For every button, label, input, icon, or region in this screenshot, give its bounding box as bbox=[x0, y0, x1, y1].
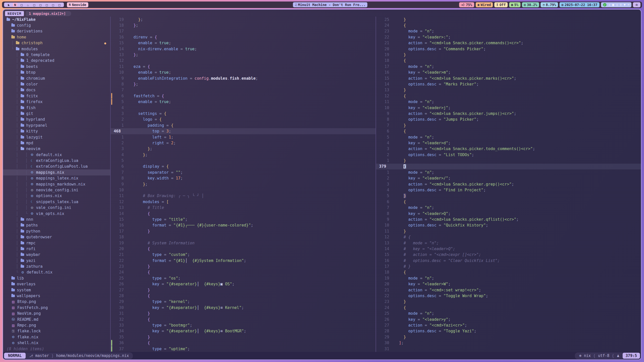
code-line[interactable]: 27 action = "<cmd>Yazi<cr>"; bbox=[376, 322, 641, 328]
code-line[interactable]: 20 { bbox=[111, 246, 376, 252]
code-line[interactable]: 13 # mode = "n"; bbox=[376, 240, 641, 246]
tree-item-nnn[interactable]: │ nnn bbox=[7, 216, 110, 222]
tree-item-docs[interactable]: │ docs bbox=[7, 87, 110, 93]
code-line[interactable]: 22 key = "<leader>:"; bbox=[376, 34, 641, 40]
clock-chip[interactable]: ▥2025-07-22 16:37 bbox=[559, 2, 599, 7]
tab-mappings-nix[interactable]: 1 mappings.nix[2+] bbox=[26, 11, 71, 16]
tree-item-rmpc[interactable]: │ rmpc bbox=[7, 240, 110, 246]
code-line[interactable]: 8 key.width = 17; bbox=[111, 175, 376, 181]
code-line[interactable]: 5 } bbox=[376, 193, 641, 199]
code-line[interactable]: 8 key = "<leader>Q"; bbox=[376, 211, 641, 216]
check-circle-icon[interactable]: ✓ bbox=[603, 3, 607, 7]
code-line[interactable]: 4 options.desc = "Find in Project"; bbox=[376, 187, 641, 193]
code-line[interactable]: 13 }; bbox=[111, 52, 376, 58]
code-line[interactable]: 24 { bbox=[111, 269, 376, 275]
code-line[interactable]: 7 separator = ""; bbox=[111, 169, 376, 175]
tree-item--nixflake[interactable]: ~/NixFlake bbox=[7, 17, 110, 22]
code-line[interactable]: 9 action = "<cmd>lua Snacks.picker.qflis… bbox=[376, 216, 641, 222]
code-line[interactable]: 25 type = "os"; bbox=[111, 275, 376, 281]
code-line[interactable]: 26 key = "{#separator}│ {#keys}▣ OS"; bbox=[111, 281, 376, 287]
code-line[interactable]: 14 nix-direnv.enable = true; bbox=[111, 46, 376, 52]
tree-item-neovim[interactable]: │ neovim bbox=[7, 146, 110, 152]
code-line[interactable]: 14 { bbox=[111, 211, 376, 216]
window-title-chip[interactable]: N Neovide bbox=[67, 2, 88, 7]
code-line[interactable]: 25 mode = "n"; bbox=[376, 311, 641, 316]
code-line[interactable]: 18 }; bbox=[111, 22, 376, 28]
file-tree[interactable]: ~/NixFlake config derivations home │ chr… bbox=[3, 17, 110, 352]
code-line[interactable]: 3 settings = { bbox=[111, 111, 376, 116]
code-line[interactable]: 27 } bbox=[111, 287, 376, 293]
tree-item-config[interactable]: config bbox=[7, 22, 110, 28]
tree-item-lazygit[interactable]: │ lazygit bbox=[7, 134, 110, 140]
tree-item-waybar[interactable]: │ waybar bbox=[7, 252, 110, 258]
tree-item-mappings-markdown-nix[interactable]: │ │ ⚙mappings_markdown.nix bbox=[7, 181, 110, 187]
workspace-workspace-7[interactable]: □ bbox=[45, 3, 49, 7]
cpu-chip[interactable]: ▦5% bbox=[509, 2, 520, 7]
code-line[interactable]: 6 { bbox=[376, 128, 641, 134]
tree-item-rmpc-png[interactable]: ▨Rmpc.png bbox=[7, 322, 110, 328]
music-player-chip[interactable]: ♫ Minuit Machine - Don't Run Fro... bbox=[293, 2, 367, 7]
disk-chip[interactable]: ◔8.79% bbox=[541, 2, 558, 7]
tree-item-extraconfiglua-lua[interactable]: │ │ ☾extraConfigLua.lua bbox=[7, 158, 110, 163]
code-line[interactable]: 36 { bbox=[111, 340, 376, 346]
code-line[interactable]: 468 top = 3; bbox=[111, 128, 376, 134]
code-line[interactable]: 37 type = "uptime"; bbox=[111, 346, 376, 352]
code-line[interactable]: 23 mode = "n"; bbox=[376, 28, 641, 34]
code-line[interactable]: 15 enable = true; bbox=[111, 40, 376, 46]
code-line[interactable]: 14 # key = "<leader>Q"; bbox=[376, 246, 641, 252]
tree-item-default-nix[interactable]: │ │ ⚙default.nix bbox=[7, 152, 110, 158]
workspace-neovide[interactable]: N bbox=[13, 3, 17, 7]
keyboard-icon[interactable]: ⌨ bbox=[628, 3, 629, 7]
code-line[interactable]: 14 options.desc = "Marks Picker"; bbox=[376, 81, 641, 87]
code-line[interactable]: 24 { bbox=[376, 305, 641, 310]
crown-icon[interactable]: ♕ bbox=[609, 3, 610, 7]
code-line[interactable]: 29 type = "kernel"; bbox=[111, 299, 376, 305]
code-line[interactable]: 2 logo = { bbox=[111, 117, 376, 122]
workspace-workspace-9[interactable]: □ bbox=[57, 3, 61, 7]
workspace-fire[interactable]: ♨ bbox=[26, 3, 30, 7]
tree-item-hyprland[interactable]: │ hyprland bbox=[7, 117, 110, 122]
code-line[interactable]: 13 } bbox=[376, 87, 641, 93]
tree-item-options-nix[interactable]: │ │ ⚙options.nix bbox=[7, 193, 110, 199]
code-line[interactable]: 7 } bbox=[376, 122, 641, 128]
code-line[interactable]: 7 bbox=[111, 87, 376, 93]
code-line[interactable]: 17 bbox=[111, 28, 376, 34]
code-line[interactable]: 379 { bbox=[376, 164, 641, 169]
code-line[interactable]: 15 type = "title"; bbox=[111, 216, 376, 222]
code-line[interactable]: 28 { bbox=[111, 293, 376, 299]
code-line[interactable]: 4 bbox=[111, 105, 376, 111]
code-line[interactable]: 25 } bbox=[376, 17, 641, 22]
code-line[interactable]: 5 bbox=[111, 158, 376, 163]
code-line[interactable]: 1 } bbox=[376, 158, 641, 163]
tree-item-christoph[interactable]: │ christoph● bbox=[7, 40, 110, 46]
tree-item-zathura[interactable]: │ zathura bbox=[7, 263, 110, 269]
code-line[interactable]: 6 { bbox=[376, 199, 641, 205]
code-line[interactable]: 16 direnv = { bbox=[111, 34, 376, 40]
code-line[interactable]: 18 { bbox=[376, 269, 641, 275]
code-line[interactable]: 22 options.desc = "Toggle Word Wrap"; bbox=[376, 293, 641, 299]
tree-item-btop[interactable]: │ btop bbox=[7, 70, 110, 75]
code-line[interactable]: 28 options.desc = "Toggle Yazi"; bbox=[376, 328, 641, 334]
code-line[interactable]: 8 options.desc = "Jumps Picker"; bbox=[376, 117, 641, 122]
code-line[interactable]: 31 bbox=[376, 346, 641, 352]
code-line[interactable]: 6 display = { bbox=[111, 164, 376, 169]
tree-item-fastfetch-png[interactable]: ▨FastFetch.png bbox=[7, 305, 110, 310]
code-line[interactable]: 16 format = "{#1}╭─── {#}{user-name-colo… bbox=[111, 222, 376, 228]
code-line[interactable]: 10 enable = true; bbox=[111, 70, 376, 75]
tree-item-rofi[interactable]: │ rofi bbox=[7, 246, 110, 252]
workspace-workspace-3[interactable]: □ bbox=[20, 3, 24, 7]
funnel-icon[interactable]: ▼ bbox=[624, 3, 626, 7]
tree-item-fish[interactable]: │ fish bbox=[7, 105, 110, 111]
code-line[interactable]: 10 key = "<leader>j"; bbox=[376, 105, 641, 111]
tree-item-beets[interactable]: │ beets bbox=[7, 64, 110, 69]
tree-item-vim-opts-nix[interactable]: │ └ ⚙vim_opts.nix bbox=[7, 211, 110, 216]
code-line[interactable]: 12 bbox=[111, 58, 376, 64]
code-line[interactable]: 3 action = "<cmd>lua Snacks.picker.grep(… bbox=[376, 181, 641, 187]
tree-item-snippets-latex-lua[interactable]: │ │ ☾snippets_latex.lua bbox=[7, 199, 110, 205]
tree-item-0-template[interactable]: │ 0_template bbox=[7, 52, 110, 58]
tree-item-paths[interactable]: │ paths bbox=[7, 222, 110, 228]
tree-item-vale-config-ini[interactable]: │ │ ⚙vale_config.ini bbox=[7, 205, 110, 211]
code-line[interactable]: 2 key = "<leader>/"; bbox=[376, 175, 641, 181]
tree-item-1-deprecated[interactable]: │ 1_deprecated bbox=[7, 58, 110, 64]
network-chip[interactable]: ▣Wired bbox=[476, 2, 493, 7]
